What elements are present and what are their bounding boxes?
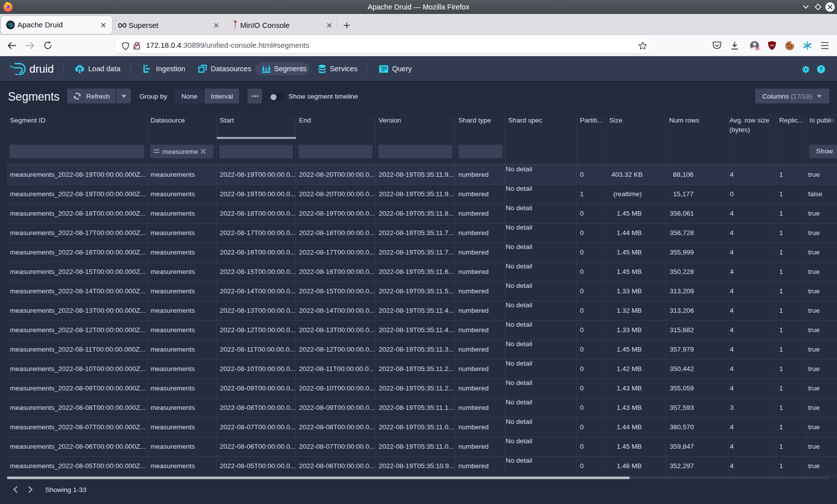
svg-text:uO: uO — [770, 44, 774, 47]
svg-text:?: ? — [820, 66, 823, 72]
